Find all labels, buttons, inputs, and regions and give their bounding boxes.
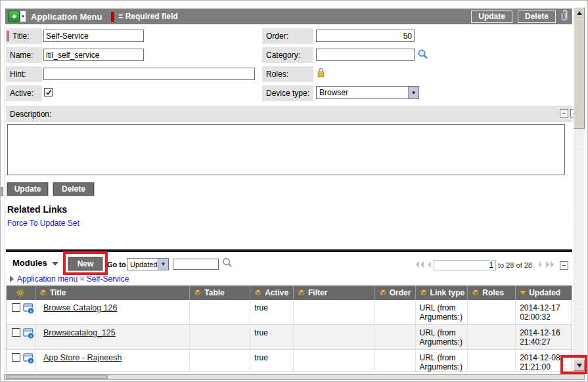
column-header-roles[interactable]: Updated Roles (468, 286, 516, 300)
list-collapse-icon[interactable]: − (560, 261, 568, 270)
roles-lock-icon (317, 68, 325, 80)
title-input[interactable] (43, 30, 144, 42)
horizontal-scrollbar[interactable] (4, 374, 585, 380)
cell-active: true (250, 350, 294, 372)
order-input[interactable] (316, 30, 415, 42)
field-cube-icon (379, 289, 387, 297)
scrollbar-thumb[interactable] (574, 18, 585, 129)
related-links-heading: Related Links (7, 204, 67, 215)
required-field-marker-icon (111, 12, 114, 22)
list-search-input[interactable] (173, 259, 219, 270)
cell-updated: 2014-12-17 02:00:32 (516, 300, 572, 325)
column-header-title[interactable]: Title (35, 286, 190, 300)
name-input[interactable] (43, 49, 144, 61)
first-page-icon[interactable] (415, 259, 424, 271)
device-type-selected-value: Browser (317, 88, 408, 97)
column-header-active[interactable]: Active (250, 286, 294, 300)
column-header-gear[interactable] (7, 286, 35, 300)
back-menu-caret-icon[interactable]: ▾ (20, 11, 26, 22)
module-title-link[interactable]: Browse Catalog 126 (43, 303, 118, 312)
device-type-dropdown-icon[interactable]: ▼ (408, 87, 418, 98)
breadcrumb-filter-link[interactable]: Application menu = Self-Service (17, 274, 129, 284)
table-row: i Browse Catalog 126 true URL (from Argu… (7, 300, 572, 325)
hint-input[interactable] (43, 68, 255, 80)
column-header-updated[interactable]: Updated (516, 286, 572, 300)
title-label-cell: Title: (6, 28, 42, 44)
svg-text:i: i (30, 333, 32, 339)
cell-roles (468, 325, 516, 350)
column-header-link-type[interactable]: Link type (416, 286, 468, 300)
delete-button-top[interactable]: Delete (518, 11, 556, 23)
hint-label: Hint: (10, 70, 26, 79)
description-textarea[interactable] (7, 124, 565, 175)
table-row: i App Store - Rajneesh true URL (from Ar… (7, 350, 572, 372)
active-label: Active: (10, 89, 34, 98)
row-checkbox[interactable] (12, 303, 20, 312)
scroll-up-icon[interactable] (574, 7, 585, 18)
modules-list-title[interactable]: Modules (12, 258, 47, 268)
cell-table (190, 300, 250, 325)
pagination-range-text: to 28 of 28 (498, 261, 532, 269)
breadcrumb-arrow-icon[interactable] (10, 276, 14, 282)
record-info-icon[interactable]: i (23, 328, 35, 349)
cell-table (190, 325, 250, 350)
goto-field-select[interactable]: Updated ▼ (127, 258, 169, 270)
description-collapse-icon[interactable]: − (560, 109, 568, 117)
cell-filter (294, 350, 375, 372)
module-title-link[interactable]: App Store - Rajneesh (43, 353, 122, 362)
sidebar-collapse-handle[interactable] (1, 187, 3, 196)
category-lookup-icon[interactable] (417, 49, 428, 62)
update-button-top[interactable]: Update (471, 11, 512, 23)
device-type-select[interactable]: Browser ▼ (316, 86, 419, 99)
device-type-label-cell: Device type: (262, 85, 313, 101)
description-header: Description: − + (6, 106, 572, 122)
vertical-scrollbar[interactable] (574, 7, 585, 373)
description-label: Description: (10, 110, 51, 119)
last-page-icon[interactable] (545, 259, 555, 271)
list-search-icon[interactable] (222, 257, 233, 270)
cell-filter (294, 325, 375, 350)
table-row: i Browsecatalog_125 true URL (from Argum… (7, 325, 572, 350)
cell-order (375, 300, 416, 325)
modules-menu-caret-icon[interactable] (52, 262, 58, 266)
row-checkbox[interactable] (12, 353, 20, 362)
page-number-input[interactable] (434, 260, 496, 270)
active-checkbox[interactable] (44, 88, 53, 96)
order-label: Order: (266, 32, 288, 41)
hint-label-cell: Hint: (6, 66, 42, 82)
cell-filter (294, 300, 375, 325)
attachment-paperclip-icon[interactable] (561, 9, 570, 24)
module-title-link[interactable]: Browsecatalog_125 (43, 328, 116, 337)
back-button-group[interactable]: ▾ (8, 11, 26, 22)
field-cube-icon (420, 289, 428, 297)
horizontal-scrollbar-thumb[interactable] (6, 375, 108, 379)
category-input[interactable] (316, 49, 415, 61)
back-icon[interactable] (8, 11, 20, 22)
next-page-icon[interactable] (538, 259, 543, 271)
cell-order (375, 350, 416, 372)
delete-button[interactable]: Delete (53, 182, 94, 196)
new-button[interactable]: New (68, 257, 102, 270)
category-label-cell: Category: (262, 47, 313, 63)
record-info-icon[interactable]: i (23, 353, 35, 371)
field-cube-icon (298, 289, 305, 297)
column-header-table[interactable]: Table (190, 286, 250, 300)
field-cube-icon (39, 289, 47, 297)
record-info-icon[interactable]: i (23, 303, 35, 324)
row-checkbox[interactable] (12, 328, 20, 337)
prev-page-icon[interactable] (426, 259, 432, 271)
content-left-border (5, 26, 5, 373)
field-cube-icon (194, 289, 202, 297)
column-header-filter[interactable]: Filter (294, 286, 375, 300)
column-header-order[interactable]: Order (375, 286, 416, 300)
sort-desc-icon (520, 291, 526, 295)
cell-table (190, 350, 250, 372)
cell-roles (468, 350, 516, 372)
device-type-label: Device type: (266, 89, 309, 98)
order-label-cell: Order: (262, 28, 313, 44)
force-to-update-set-link[interactable]: Force To Update Set (7, 219, 79, 228)
goto-dropdown-icon[interactable]: ▼ (158, 259, 168, 270)
update-button[interactable]: Update (7, 182, 48, 196)
cell-link-type: URL (from Arguments:) (416, 325, 468, 350)
name-label-cell: Name: (6, 47, 42, 63)
